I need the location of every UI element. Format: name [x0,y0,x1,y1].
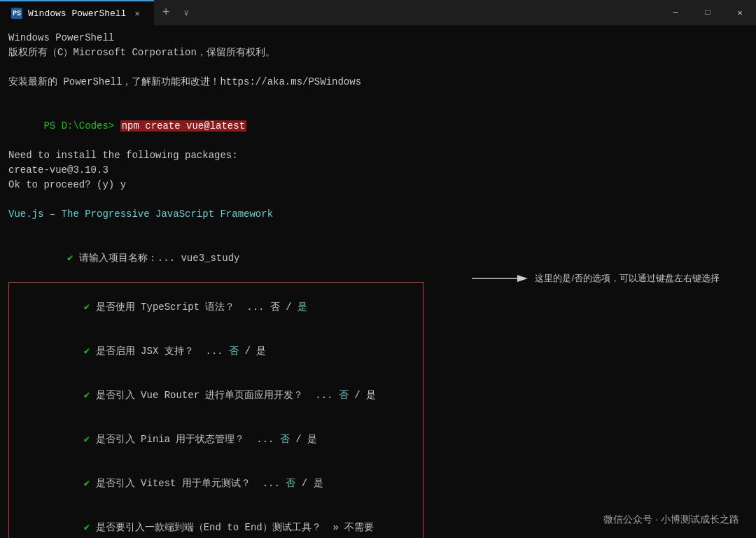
tab-dropdown-button[interactable]: ∨ [178,0,194,25]
svg-marker-1 [517,275,528,282]
question-6: ✔ 是否引入 Vitest 用于单元测试？ ... 否 / 是 [13,462,417,506]
terminal-content: Windows PowerShell 版权所有（C）Microsoft Corp… [0,25,756,538]
line-prompt1: PS D:\Codes> npm create vue@latest [8,104,748,148]
line-proceed: Ok to proceed? (y) y [8,178,748,192]
line-update: 安装最新的 PowerShell，了解新功能和改进！https://aka.ms… [8,75,748,90]
question-5: ✔ 是否引入 Pinia 用于状态管理？ ... 否 / 是 [13,418,417,462]
arrow-icon [472,271,528,285]
annotation-text: 这里的是/否的选项，可以通过键盘左右键选择 [535,271,720,285]
line-vuejs: Vue.js – The Progressive JavaScript Fram… [8,207,748,222]
questions-section: ✔ 请输入项目名称：... vue3_study ✔ 是否使用 TypeScri… [8,236,748,538]
active-tab[interactable]: PS Windows PowerShell ✕ [0,0,154,25]
tab-label: Windows PowerShell [28,8,126,19]
new-tab-button[interactable]: + [154,0,178,25]
line-blank4 [8,222,748,236]
question-2: ✔ 是否使用 TypeScript 语法？ ... 否 / 是 [13,285,417,330]
line-need-install: Need to install the following packages: [8,148,748,163]
title-bar: PS Windows PowerShell ✕ + ∨ — □ ✕ [0,0,756,25]
line-create-vue: create-vue@3.10.3 [8,163,748,178]
questions-box: ✔ 是否使用 TypeScript 语法？ ... 否 / 是 ✔ 是否启用 J… [8,282,424,538]
line-blank1 [8,60,748,75]
question-3: ✔ 是否启用 JSX 支持？ ... 否 / 是 [13,330,417,374]
question-7: ✔ 是否要引入一款端到端（End to End）测试工具？ » 不需要 [13,506,417,538]
tab-close-button[interactable]: ✕ [132,7,142,20]
line-blank2 [8,90,748,104]
line-blank3 [8,192,748,207]
annotation-wrapper: 这里的是/否的选项，可以通过键盘左右键选择 [472,271,720,285]
maximize-button[interactable]: □ [692,0,724,25]
question-4: ✔ 是否引入 Vue Router 进行单页面应用开发？ ... 否 / 是 [13,374,417,418]
minimize-button[interactable]: — [659,0,692,25]
window-controls: — □ ✕ [659,0,756,25]
title-bar-tabs: PS Windows PowerShell ✕ + ∨ [0,0,659,25]
line-header1: Windows PowerShell [8,31,748,45]
close-button[interactable]: ✕ [724,0,756,25]
command-highlight: npm create vue@latest [120,120,246,132]
powershell-icon: PS [11,8,22,19]
watermark: 微信公众号 · 小博测试成长之路 [603,512,739,527]
prompt-text: PS D:\Codes> [43,120,120,132]
powershell-window: PS Windows PowerShell ✕ + ∨ — □ ✕ Window… [0,0,756,538]
line-header2: 版权所有（C）Microsoft Corporation，保留所有权利。 [8,45,748,60]
